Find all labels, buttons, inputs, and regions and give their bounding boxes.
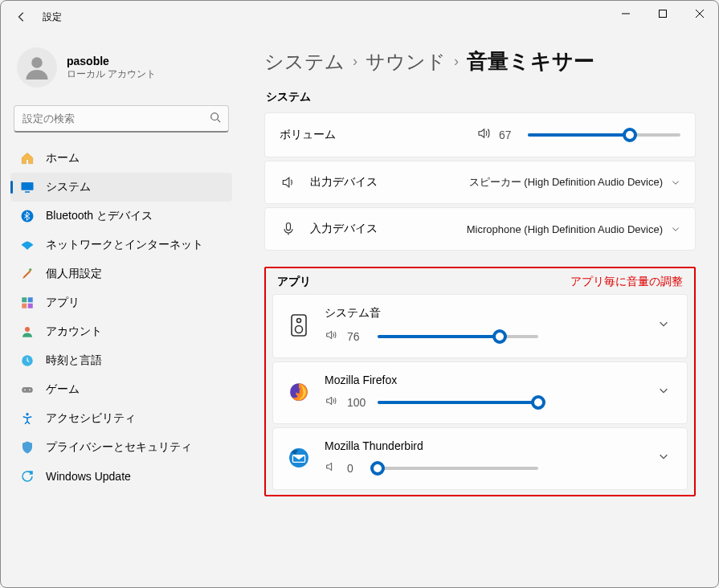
output-device-label: 出力デバイス <box>310 175 378 190</box>
svg-rect-14 <box>28 304 33 308</box>
breadcrumb: システム › サウンド › 音量ミキサー <box>264 47 696 76</box>
output-device-card[interactable]: 出力デバイス スピーカー (High Definition Audio Devi… <box>264 161 696 204</box>
speaker-icon[interactable] <box>476 126 491 144</box>
svg-rect-12 <box>28 297 33 302</box>
user-block[interactable]: pasoble ローカル アカウント <box>10 39 232 102</box>
sidebar-item-gaming[interactable]: ゲーム <box>10 375 232 404</box>
sidebar-item-label: ホーム <box>46 151 80 165</box>
breadcrumb-system[interactable]: システム <box>264 49 345 75</box>
sidebar-item-system[interactable]: システム <box>10 173 232 202</box>
expand-button[interactable] <box>655 382 672 402</box>
chevron-down-icon <box>671 224 680 234</box>
expand-button[interactable] <box>655 447 672 468</box>
network-icon <box>20 238 35 252</box>
sidebar-item-home[interactable]: ホーム <box>10 144 232 173</box>
app-volume-slider[interactable] <box>378 460 538 476</box>
annotation-text: アプリ毎に音量の調整 <box>570 275 683 289</box>
account-icon <box>20 325 35 339</box>
app-volume-slider[interactable] <box>378 394 538 410</box>
sidebar-item-label: アカウント <box>46 325 102 339</box>
system-section-title: システム <box>266 90 696 104</box>
input-device-dropdown[interactable]: Microphone (High Definition Audio Device… <box>467 223 680 235</box>
output-device-value: スピーカー (High Definition Audio Device) <box>469 175 663 190</box>
sidebar-item-bluetooth[interactable]: Bluetooth とデバイス <box>10 202 232 231</box>
app-volume-value: 0 <box>347 462 368 475</box>
accessibility-icon <box>20 411 35 426</box>
svg-point-18 <box>24 390 26 391</box>
app-volume-value: 76 <box>347 330 368 343</box>
app-card-firefox: Mozilla Firefox 100 <box>272 361 688 424</box>
svg-point-23 <box>297 319 301 323</box>
apps-icon <box>20 296 35 310</box>
volume-slider[interactable] <box>528 127 680 143</box>
sidebar-item-personalization[interactable]: 個人用設定 <box>10 259 232 288</box>
sidebar-item-accessibility[interactable]: アクセシビリティ <box>10 404 232 433</box>
expand-button[interactable] <box>655 315 672 336</box>
svg-rect-17 <box>22 387 33 393</box>
svg-point-5 <box>211 113 219 120</box>
sidebar-item-label: 個人用設定 <box>46 267 102 281</box>
update-icon <box>20 469 35 484</box>
sidebar-item-label: ゲーム <box>46 382 80 397</box>
sidebar-item-label: アクセシビリティ <box>46 411 136 426</box>
svg-rect-10 <box>29 268 32 272</box>
main-content: システム › サウンド › 音量ミキサー システム ボリューム 67 <box>242 33 718 587</box>
user-name: pasoble <box>67 55 156 67</box>
home-icon <box>20 151 35 165</box>
sidebar-item-label: 時刻と言語 <box>46 353 102 368</box>
speaker-icon[interactable] <box>325 394 337 410</box>
bluetooth-icon <box>20 209 35 223</box>
search-input[interactable] <box>14 105 229 133</box>
svg-rect-13 <box>22 304 27 308</box>
brush-icon <box>20 267 35 281</box>
app-name: Mozilla Thunderbird <box>325 439 640 452</box>
shield-icon <box>20 440 35 455</box>
back-button[interactable] <box>7 2 36 31</box>
input-device-label: 入力デバイス <box>310 222 378 236</box>
svg-rect-7 <box>22 182 34 190</box>
titlebar: 設定 <box>1 1 718 33</box>
app-name: システム音 <box>325 306 640 321</box>
svg-rect-1 <box>660 10 667 18</box>
speaker-icon[interactable] <box>325 329 337 345</box>
app-volume-slider[interactable] <box>378 329 538 345</box>
sidebar-item-accounts[interactable]: アカウント <box>10 317 232 346</box>
app-card-system-sounds: システム音 76 <box>272 294 688 358</box>
chevron-right-icon: › <box>353 53 357 70</box>
svg-point-15 <box>25 327 30 332</box>
search-icon <box>210 112 221 126</box>
sidebar: pasoble ローカル アカウント ホーム システム Bluetooth とデ… <box>1 33 242 587</box>
system-icon <box>20 180 35 194</box>
clock-icon <box>20 353 35 368</box>
svg-point-4 <box>31 57 43 68</box>
svg-point-24 <box>296 326 303 333</box>
output-device-dropdown[interactable]: スピーカー (High Definition Audio Device) <box>469 175 680 190</box>
thunderbird-icon <box>288 447 310 469</box>
sidebar-item-update[interactable]: Windows Update <box>10 462 232 491</box>
input-device-card[interactable]: 入力デバイス Microphone (High Definition Audio… <box>264 207 696 251</box>
sidebar-item-network[interactable]: ネットワークとインターネット <box>10 231 232 259</box>
maximize-button[interactable] <box>644 1 681 27</box>
volume-card: ボリューム 67 <box>264 112 696 157</box>
svg-point-20 <box>26 413 28 415</box>
speaker-muted-icon[interactable] <box>325 460 337 476</box>
close-button[interactable] <box>681 1 718 27</box>
sidebar-item-label: プライバシーとセキュリティ <box>46 440 192 455</box>
sidebar-item-apps[interactable]: アプリ <box>10 288 232 317</box>
sidebar-item-privacy[interactable]: プライバシーとセキュリティ <box>10 433 232 462</box>
sidebar-item-label: Bluetooth とデバイス <box>46 209 153 223</box>
app-card-thunderbird: Mozilla Thunderbird 0 <box>272 427 688 490</box>
input-device-value: Microphone (High Definition Audio Device… <box>467 223 663 235</box>
window-title: 設定 <box>43 10 62 24</box>
minimize-button[interactable] <box>607 1 644 27</box>
svg-line-6 <box>218 120 221 123</box>
breadcrumb-sound[interactable]: サウンド <box>366 49 446 75</box>
volume-value: 67 <box>499 129 520 141</box>
breadcrumb-current: 音量ミキサー <box>467 47 594 76</box>
speaker-icon <box>280 174 297 190</box>
user-account-type: ローカル アカウント <box>67 67 156 81</box>
nav-list: ホーム システム Bluetooth とデバイス ネットワークとインターネット … <box>10 144 232 491</box>
sidebar-item-label: Windows Update <box>46 470 131 483</box>
chevron-down-icon <box>671 178 680 187</box>
sidebar-item-time[interactable]: 時刻と言語 <box>10 346 232 375</box>
